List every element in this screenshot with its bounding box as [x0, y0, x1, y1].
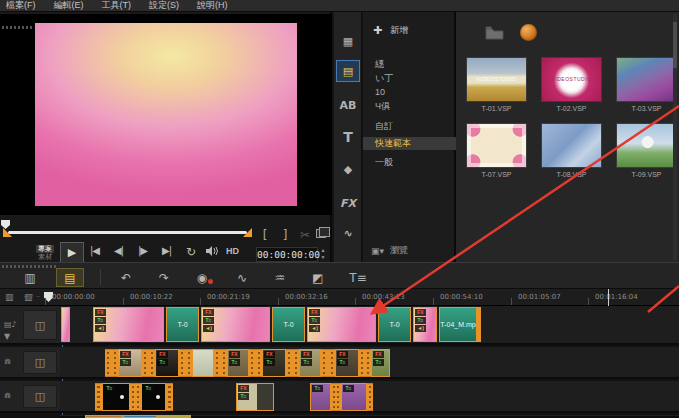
media-library-icon[interactable]: ▦ [336, 30, 360, 52]
clip-trim-handle[interactable] [331, 383, 341, 411]
template-thumbnail[interactable] [466, 123, 527, 168]
timecode-display[interactable]: 00:00:00:00 [256, 247, 318, 262]
volume-icon[interactable] [206, 246, 219, 258]
clip-trim-handle[interactable] [105, 349, 118, 377]
browse-row[interactable]: ▣▾ 瀏覽 [371, 244, 408, 257]
scrubber-track[interactable] [8, 231, 247, 234]
trim-start-handle[interactable] [3, 228, 12, 237]
track-visibility-icon[interactable]: ▤♪ [4, 320, 17, 329]
video-track-button[interactable]: ◫ [23, 310, 57, 340]
instant-project-icon[interactable]: ▤ [336, 60, 360, 82]
redo-icon[interactable]: ↷ [150, 268, 178, 287]
graphic-icon[interactable]: ◆ [336, 158, 360, 180]
clip-trim-handle[interactable] [142, 349, 155, 377]
clip-trim-handle[interactable] [166, 383, 173, 411]
template-thumbnail[interactable]: VIDEOSTUDIO [541, 57, 602, 102]
trim-end-handle[interactable] [243, 228, 252, 237]
transition-icon[interactable]: AB [336, 94, 360, 116]
category-item[interactable]: い丁 [363, 72, 456, 85]
track-visibility-icon[interactable]: ⋒ [4, 357, 11, 366]
repeat-button[interactable]: ↻ [186, 245, 195, 259]
track-visibility-icon[interactable]: ⋒ [4, 391, 11, 400]
sound-mixer-icon[interactable]: ♒ [266, 268, 294, 287]
clip-trim-handle[interactable] [249, 349, 262, 377]
menu-item[interactable]: 工具(T) [102, 0, 132, 12]
mode-clip-label[interactable]: 素材 [36, 253, 54, 261]
home-button[interactable]: |◀ [90, 245, 99, 256]
template-thumbnail[interactable]: VIDEOSTUDIO [466, 57, 527, 102]
clip-trim-handle[interactable] [286, 349, 299, 377]
timeline-clip-photo[interactable]: FXT≡ [227, 349, 249, 377]
storyboard-view-icon[interactable]: ▥ [16, 268, 44, 287]
next-frame-button[interactable]: |▶ [138, 245, 147, 256]
timeline-clip-video[interactable]: FXT≡◄) [307, 307, 376, 342]
mix-audio-icon[interactable]: ◩ [304, 268, 332, 287]
undo-icon[interactable]: ↶ [112, 268, 140, 287]
category-item[interactable]: 快速範本 [363, 137, 456, 150]
menu-item[interactable]: 說明(H) [197, 0, 228, 12]
track-add-remove-tools[interactable]: + / − [24, 293, 41, 299]
timeline-clip-photo[interactable]: FXT≡ [118, 349, 142, 377]
clip-trim-handle[interactable] [214, 349, 227, 377]
timeline-clip-video[interactable]: FXT≡◄) [201, 307, 270, 342]
timeline-clip-black[interactable]: T≡ [102, 383, 130, 411]
timeline-clip-photo[interactable]: FXT≡ [299, 349, 321, 377]
clip-trim-handle[interactable] [367, 383, 373, 411]
timeline-clip-photo[interactable]: FXT≡ [335, 349, 359, 377]
clip-trim-handle[interactable] [95, 383, 102, 411]
track-lane[interactable]: FXT≡◄)T-0FXT≡◄)T-0FXT≡◄)T-0FXT≡◄)T-04_M.… [60, 306, 679, 345]
gallery-scrollbar[interactable] [673, 14, 677, 260]
enlarge-preview-button[interactable] [316, 229, 326, 238]
timeline-clip-black[interactable]: T≡ [141, 383, 166, 411]
timeline-clip-photo[interactable]: FXT≡ [236, 383, 274, 411]
timeline-clip-video[interactable]: FXT≡◄) [413, 307, 437, 342]
clip-trim-handle[interactable] [359, 349, 371, 377]
timecode-stepper[interactable]: ▲▼ [319, 247, 327, 262]
category-item[interactable]: Ч俱 [363, 100, 456, 113]
category-item[interactable]: 一般 [363, 156, 456, 169]
timeline-view-icon[interactable]: ▤ [56, 268, 84, 287]
timeline-clip-photo[interactable] [192, 349, 214, 377]
panel-grip[interactable] [2, 26, 32, 29]
timeline-clip-video[interactable]: FXT≡◄) [93, 307, 164, 342]
template-thumbnail[interactable] [616, 123, 677, 168]
folder-icon[interactable] [485, 26, 504, 44]
menu-item[interactable]: 編輯(E) [54, 0, 84, 12]
track-lane[interactable]: T≡T≡FXT≡T≡T≡ [60, 381, 679, 413]
subtitle-editor-icon[interactable]: T≡ [344, 268, 372, 287]
menu-item[interactable]: 設定(S) [149, 0, 179, 12]
clip-trim-handle[interactable] [476, 308, 480, 341]
mark-in-button[interactable]: [ [258, 228, 272, 242]
mark-out-button[interactable]: ] [278, 228, 292, 242]
timeline-ruler[interactable]: ▥ ▥ 00:00:00:0000:00:10:2200:00:21:1900:… [0, 289, 679, 306]
clip-trim-handle[interactable] [179, 349, 192, 377]
overlay-track-button[interactable]: ◫ [23, 351, 57, 374]
title-icon[interactable]: T [336, 126, 360, 148]
track-lane[interactable]: FXT≡FXT≡FXT≡FXT≡FXT≡FXT≡FXT≡ [60, 347, 679, 379]
timeline-clip-title[interactable]: T-0 [378, 307, 411, 342]
category-item[interactable]: 自訂 [363, 120, 456, 133]
category-item[interactable]: 繐 [363, 58, 456, 71]
mode-project-label[interactable]: 專案 [36, 245, 54, 253]
timeline-clip-purple[interactable]: T≡ [341, 383, 367, 411]
timeline-clip-photo[interactable]: FXT≡ [371, 349, 390, 377]
category-item[interactable]: 10 [363, 86, 456, 99]
split-clip-button[interactable]: ✂ [298, 228, 312, 242]
timeline-clip-photo[interactable]: FXT≡ [155, 349, 179, 377]
template-thumbnail[interactable] [616, 57, 677, 102]
motion-path-icon[interactable]: ∿ [336, 222, 360, 244]
filmstrip-icon[interactable]: ▥ [5, 292, 14, 302]
hd-quality-button[interactable]: HD [226, 246, 239, 256]
clip-trim-handle[interactable] [130, 383, 141, 411]
template-thumbnail[interactable] [541, 123, 602, 168]
filter-icon[interactable]: FX [336, 192, 360, 214]
add-template-row[interactable]: ✚ 新增 [373, 24, 408, 37]
play-button[interactable]: ▶ [60, 242, 84, 263]
previous-frame-button[interactable]: ◀| [114, 245, 123, 256]
timeline-clip-video[interactable] [61, 307, 70, 342]
timeline-clip-title[interactable]: T-04_M.mp4 [439, 307, 481, 342]
timeline-clip-title[interactable]: T-0 [166, 307, 199, 342]
overlay-track-button[interactable]: ◫ [23, 385, 57, 408]
timeline-clip-title[interactable]: T-0 [272, 307, 305, 342]
timeline-clip-purple[interactable]: T≡ [310, 383, 331, 411]
